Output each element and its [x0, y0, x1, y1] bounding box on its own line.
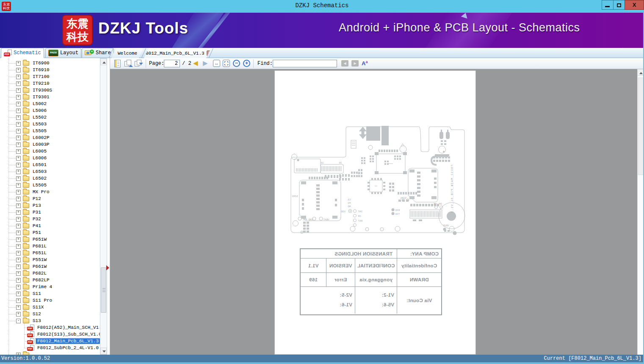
- tree-folder-row[interactable]: +L6501: [0, 161, 100, 168]
- tree-folder-row[interactable]: +P32: [0, 216, 100, 222]
- expand-box-icon[interactable]: +: [16, 183, 21, 188]
- tree-folder-row[interactable]: +P682L: [0, 270, 100, 277]
- expand-box-icon[interactable]: +: [16, 169, 21, 174]
- expand-box-icon[interactable]: +: [16, 264, 21, 269]
- tree-folder-row[interactable]: +L5502: [0, 114, 100, 121]
- tree-folder-row[interactable]: +L5505: [0, 128, 100, 134]
- expand-box-icon[interactable]: +: [16, 271, 21, 276]
- tree-folder-row[interactable]: +P51: [0, 229, 100, 236]
- expand-box-icon[interactable]: -: [16, 319, 21, 323]
- expand-box-icon[interactable]: +: [16, 298, 21, 303]
- close-button[interactable]: X: [625, 0, 644, 10]
- expand-box-icon[interactable]: +: [16, 224, 21, 228]
- tab-layout[interactable]: PADS Layout: [45, 48, 81, 58]
- find-input[interactable]: [273, 60, 337, 67]
- expand-box-icon[interactable]: +: [16, 75, 21, 79]
- expand-box-icon[interactable]: +: [16, 61, 21, 66]
- tree-folder-row[interactable]: +Prime 4: [0, 283, 100, 290]
- expand-box-icon[interactable]: +: [16, 237, 21, 242]
- tree-folder-row[interactable]: +IT6900: [0, 60, 100, 67]
- tree-folder-row[interactable]: +MX Pro: [0, 189, 100, 195]
- tree-folder-row[interactable]: +P661W: [0, 263, 100, 270]
- tree-folder-row[interactable]: +L6002P: [0, 134, 100, 141]
- expand-box-icon[interactable]: +: [16, 285, 21, 289]
- expand-box-icon[interactable]: +: [16, 115, 21, 120]
- tree-folder-row[interactable]: +S11 Pro: [0, 297, 100, 304]
- expand-box-icon[interactable]: +: [16, 95, 21, 100]
- expand-box-icon[interactable]: +: [16, 136, 21, 140]
- tree-file-row[interactable]: PDFF8012(S13)_Sub_SCH_V1.0: [0, 331, 100, 338]
- scroll-up-icon[interactable]: [100, 58, 107, 65]
- expand-box-icon[interactable]: +: [16, 142, 21, 147]
- minimize-button[interactable]: [602, 0, 614, 10]
- expand-box-icon[interactable]: +: [16, 251, 21, 256]
- tab-schematic[interactable]: PDF Schematic: [1, 48, 44, 58]
- tree-folder-row[interactable]: +IT6910: [0, 67, 100, 73]
- tree-file-row[interactable]: PDFF8012(A52)_Main_SCH_V1.2: [0, 324, 100, 331]
- fit-width-icon[interactable]: ↔: [213, 60, 220, 67]
- expand-box-icon[interactable]: +: [16, 292, 21, 296]
- tree-folder-row[interactable]: +L6502: [0, 175, 100, 182]
- page-back-icon[interactable]: [124, 60, 133, 67]
- expand-box-icon[interactable]: +: [16, 122, 21, 127]
- tree-folder-row[interactable]: +L6006: [0, 155, 100, 161]
- expand-box-icon[interactable]: +: [16, 312, 21, 317]
- tree-folder-row[interactable]: +L5006: [0, 107, 100, 114]
- expand-box-icon[interactable]: +: [16, 149, 21, 154]
- tree-folder-row[interactable]: +P13: [0, 202, 100, 209]
- expand-box-icon[interactable]: +: [16, 210, 21, 215]
- tree-folder-row[interactable]: +P681L: [0, 243, 100, 250]
- tree-file-row[interactable]: PDFF8012_SubPcb_2_4L-V1.0: [0, 345, 100, 351]
- tree-folder-row[interactable]: +L6003P: [0, 141, 100, 148]
- find-next-icon[interactable]: ▶: [351, 60, 359, 67]
- expand-box-icon[interactable]: +: [16, 129, 21, 133]
- page-scroll-up-icon[interactable]: [637, 69, 644, 76]
- tree-folder-row[interactable]: +IT9210: [0, 80, 100, 87]
- expand-box-icon[interactable]: +: [16, 278, 21, 283]
- expand-box-icon[interactable]: +: [16, 217, 21, 222]
- font-size-icon[interactable]: Aa: [362, 60, 368, 67]
- tree-folder-row[interactable]: +L5002: [0, 100, 100, 107]
- tree-file-row[interactable]: PDFF8012_Main_Pcb_6L_V1.3: [0, 338, 100, 345]
- expand-box-icon[interactable]: +: [16, 305, 21, 310]
- tree-folder-row[interactable]: +IT9301: [0, 94, 100, 100]
- page-number-input[interactable]: [164, 60, 180, 67]
- tree-folder-row[interactable]: +S12: [0, 311, 100, 317]
- find-previous-icon[interactable]: ◀: [341, 60, 348, 67]
- tree-folder-row[interactable]: +P651L: [0, 250, 100, 256]
- expand-box-icon[interactable]: +: [16, 81, 21, 86]
- expand-box-icon[interactable]: +: [16, 203, 21, 208]
- doc-tab-document[interactable]: F8012_Main_Pcb_6L_V1.3 x: [144, 48, 211, 58]
- zoom-in-icon[interactable]: +: [243, 60, 250, 67]
- pdf-canvas[interactable]: SIM2 16 30 CS MI MO VDD INT CR RST MIC G…: [110, 69, 637, 355]
- tree-folder-row[interactable]: +IT7100: [0, 73, 100, 80]
- tree-folder-row[interactable]: +P682LP: [0, 277, 100, 283]
- expand-box-icon[interactable]: +: [16, 68, 21, 72]
- expand-box-icon[interactable]: +: [16, 163, 21, 167]
- expand-box-icon[interactable]: +: [16, 108, 21, 113]
- tree-folder-row[interactable]: +P31: [0, 209, 100, 216]
- tree-folder-row[interactable]: +IT9300S: [0, 87, 100, 94]
- next-page-arrow-icon[interactable]: ▶: [203, 59, 208, 67]
- expand-box-icon[interactable]: +: [16, 176, 21, 181]
- expand-box-icon[interactable]: +: [16, 231, 21, 235]
- tree-folder-row[interactable]: +: [0, 351, 100, 355]
- fit-page-icon[interactable]: [223, 60, 230, 67]
- tree-scrollbar-thumb[interactable]: [101, 267, 106, 313]
- expand-box-icon[interactable]: +: [16, 190, 21, 195]
- tree-folder-row[interactable]: +P551W: [0, 256, 100, 263]
- tree-folder-row[interactable]: +P12: [0, 195, 100, 202]
- tree-scrollbar[interactable]: [100, 58, 107, 355]
- expand-box-icon[interactable]: +: [16, 88, 21, 93]
- scroll-down-icon[interactable]: [100, 347, 107, 354]
- expand-box-icon[interactable]: +: [16, 258, 21, 262]
- expand-box-icon[interactable]: +: [16, 102, 21, 106]
- tree-folder-row[interactable]: +L5505: [0, 182, 100, 189]
- tree-folder-row[interactable]: +L6503: [0, 168, 100, 175]
- tree-folder-row[interactable]: +L5503: [0, 121, 100, 128]
- tree-folder-row[interactable]: +P651W: [0, 236, 100, 243]
- doc-tab-welcome[interactable]: Welcome: [111, 48, 144, 58]
- tree-folder-row[interactable]: +P41: [0, 222, 100, 229]
- tree-folder-row[interactable]: +S11: [0, 290, 100, 297]
- notes-icon[interactable]: [114, 60, 121, 67]
